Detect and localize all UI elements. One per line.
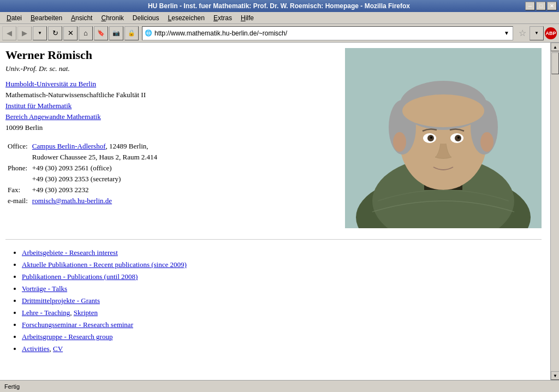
talks-link[interactable]: Vorträge - Talks — [22, 284, 67, 293]
activities-link[interactable]: Activities — [22, 345, 50, 353]
fax-row: Fax: +49 (30) 2093 2232 — [5, 185, 159, 195]
home-button[interactable]: ⌂ — [79, 26, 93, 40]
back-button[interactable]: ◀ — [2, 26, 16, 40]
cv-link[interactable]: CV — [53, 345, 63, 353]
scroll-thumb[interactable] — [551, 52, 559, 74]
person-subtitle: Univ.-Prof. Dr. sc. nat. — [5, 64, 334, 73]
dropdown-button[interactable]: ▼ — [530, 26, 544, 40]
seminar-link[interactable]: Forschungsseminar - Research seminar — [22, 320, 133, 329]
adblock-button[interactable]: ABP — [545, 27, 557, 39]
bookmark-star-button[interactable]: ☆ — [516, 28, 528, 38]
nav-toolbar: ◀ ▶ ▼ ↻ ✕ ⌂ 🔖 📷 🔒 🌐 ▼ ☆ ▼ ABP — [0, 24, 559, 43]
history-dropdown-button[interactable]: ▼ — [33, 26, 47, 40]
list-item: Arbeitsgruppe - Research group — [22, 332, 542, 341]
nav-links-list: Arbeitsgebiete - Research interest Aktue… — [5, 248, 542, 353]
menu-chronik[interactable]: Chronik — [97, 13, 128, 23]
menu-extras[interactable]: Extras — [209, 13, 236, 23]
browser-content-wrapper: Werner Römisch Univ.-Prof. Dr. sc. nat. … — [0, 43, 559, 380]
menu-ansicht[interactable]: Ansicht — [67, 13, 97, 23]
url-bar-container: 🌐 ▼ — [142, 26, 513, 40]
stop-button[interactable]: ✕ — [63, 26, 78, 40]
fax-label: Fax: — [5, 185, 30, 195]
scroll-up-button[interactable]: ▲ — [551, 43, 559, 51]
phone1-value: +49 (30) 2093 2561 (office) — [30, 163, 159, 174]
reload-button[interactable]: ↻ — [48, 26, 62, 40]
scroll-track[interactable] — [551, 51, 559, 371]
skripten-link[interactable]: Skripten — [74, 308, 98, 317]
email-label: e-mail: — [5, 195, 30, 206]
office-street: Rudower Chaussee 25, Haus 2, Raum 2.414 — [30, 152, 159, 163]
phone-row: Phone: +49 (30) 2093 2561 (office) — [5, 163, 159, 174]
status-text: Fertig — [4, 383, 555, 390]
email-row: e-mail: romisch@math.hu-berlin.de — [5, 195, 159, 206]
email-value: romisch@math.hu-berlin.de — [30, 195, 159, 206]
url-dropdown-button[interactable]: ▼ — [503, 30, 510, 36]
menu-delicious[interactable]: Delicious — [128, 13, 164, 23]
phone2-spacer — [5, 174, 30, 185]
menu-lesezeichen[interactable]: Lesezeichen — [164, 13, 209, 23]
svg-point-15 — [457, 136, 460, 139]
institution-link-container: Humboldt-Universität zu Berlin — [5, 80, 334, 88]
scrollbar: ▲ ▼ — [550, 43, 559, 380]
list-item: Drittmittelprojekte - Grants — [22, 296, 542, 305]
list-item: Activities, CV — [22, 345, 542, 353]
window-controls[interactable]: ─ □ ✕ — [525, 2, 559, 10]
close-button[interactable]: ✕ — [547, 2, 557, 10]
scroll-down-button[interactable]: ▼ — [551, 371, 559, 380]
svg-point-9 — [402, 94, 484, 127]
group-link[interactable]: Bereich Angewandte Mathematik — [5, 112, 101, 121]
bookmark-button[interactable]: 🔖 — [94, 26, 108, 40]
profile-section: Werner Römisch Univ.-Prof. Dr. sc. nat. … — [5, 48, 542, 240]
office-street-row: Rudower Chaussee 25, Haus 2, Raum 2.414 — [5, 152, 159, 163]
office-spacer — [5, 152, 30, 163]
group-nav-link[interactable]: Arbeitsgruppe - Research group — [22, 332, 112, 341]
email-link[interactable]: romisch@math.hu-berlin.de — [32, 197, 112, 205]
grants-link[interactable]: Drittmittelprojekte - Grants — [22, 296, 100, 305]
humboldt-link[interactable]: Humboldt-Universität zu Berlin — [5, 80, 96, 88]
url-input[interactable] — [154, 29, 503, 37]
list-item: Publikationen - Publications (until 2008… — [22, 272, 542, 281]
menu-bearbeiten[interactable]: Bearbeiten — [26, 13, 67, 23]
group-link-container: Bereich Angewandte Mathematik — [5, 112, 334, 121]
minimize-button[interactable]: ─ — [525, 2, 535, 10]
research-link[interactable]: Arbeitsgebiete - Research interest — [22, 248, 118, 257]
office-address: , 12489 Berlin, — [106, 142, 148, 150]
svg-point-17 — [480, 132, 493, 152]
phone2-row: +49 (30) 2093 2353 (secretary) — [5, 174, 159, 185]
institute-link[interactable]: Institut für Mathematik — [5, 102, 72, 110]
status-bar: Fertig — [0, 380, 559, 392]
list-item: Forschungsseminar - Research seminar — [22, 320, 542, 329]
padlock-button[interactable]: 🔒 — [124, 26, 139, 40]
teaching-link[interactable]: Lehre - Teaching — [22, 308, 70, 317]
profile-photo-svg — [345, 48, 542, 228]
institute-link-container: Institut für Mathematik — [5, 102, 334, 110]
url-globe-icon: 🌐 — [145, 29, 152, 37]
browser-content: Werner Römisch Univ.-Prof. Dr. sc. nat. … — [0, 43, 550, 380]
faculty-text: Mathematisch-Naturwissenschaftliche Faku… — [5, 91, 334, 99]
postal-text: 10099 Berlin — [5, 123, 334, 132]
screenshot-button[interactable]: 📷 — [109, 26, 123, 40]
menu-datei[interactable]: Datei — [2, 13, 26, 23]
old-pubs-link[interactable]: Publikationen - Publications (until 2008… — [22, 272, 138, 281]
svg-point-14 — [430, 136, 432, 139]
window-title: HU Berlin - Inst. fuer Mathematik: Prof.… — [33, 2, 525, 10]
forward-button[interactable]: ▶ — [17, 26, 32, 40]
nav-links-section: Arbeitsgebiete - Research interest Aktue… — [5, 248, 542, 353]
list-item: Vorträge - Talks — [22, 284, 542, 293]
menu-hilfe[interactable]: Hilfe — [236, 13, 258, 23]
office-row: Office: Campus Berlin-Adlershof, 12489 B… — [5, 141, 159, 152]
menu-bar: Datei Bearbeiten Ansicht Chronik Delicio… — [0, 12, 559, 24]
fax-value: +49 (30) 2093 2232 — [30, 185, 159, 195]
office-value: Campus Berlin-Adlershof, 12489 Berlin, — [30, 141, 159, 152]
office-link[interactable]: Campus Berlin-Adlershof — [32, 142, 106, 150]
list-item: Lehre - Teaching, Skripten — [22, 308, 542, 317]
restore-button[interactable]: □ — [536, 2, 546, 10]
phone-label: Phone: — [5, 163, 30, 174]
list-item: Aktuelle Publikationen - Recent publicat… — [22, 260, 542, 269]
phone2-value: +49 (30) 2093 2353 (secretary) — [30, 174, 159, 185]
person-name: Werner Römisch — [5, 48, 334, 62]
recent-pubs-link[interactable]: Aktuelle Publikationen - Recent publicat… — [22, 260, 187, 269]
profile-photo — [345, 48, 542, 228]
svg-point-16 — [393, 132, 406, 152]
list-item: Arbeitsgebiete - Research interest — [22, 248, 542, 257]
